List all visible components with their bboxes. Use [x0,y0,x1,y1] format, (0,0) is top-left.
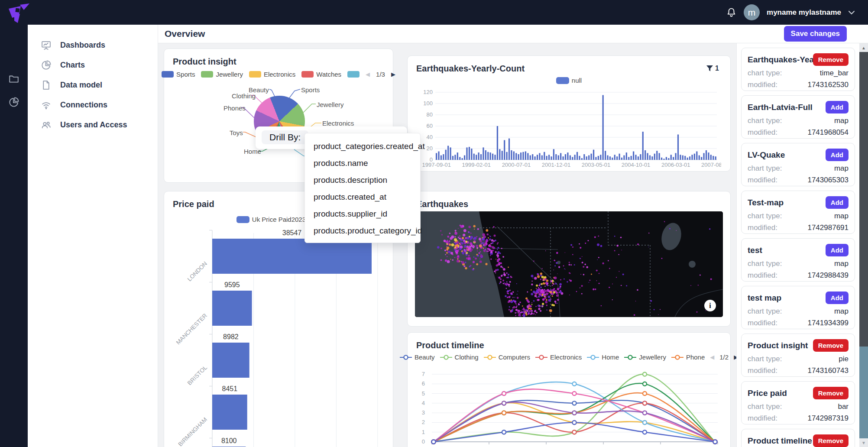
remove-chart-button[interactable]: Remove [813,53,849,66]
svg-text:1: 1 [422,429,425,435]
app-logo-icon[interactable] [5,1,30,24]
legend-swatch [201,71,213,78]
add-chart-button[interactable]: Add [826,244,849,256]
svg-text:2001-12-01: 2001-12-01 [542,162,571,168]
chart-type-label: chart type: [748,259,782,268]
chart-list-item: testAddchart type:mapmodified:1742988439 [741,238,855,282]
legend-swatch [301,71,314,78]
modified-row: modified:1742987691 [748,224,849,232]
svg-text:60: 60 [427,123,433,129]
scroll-up-button[interactable]: ▲ [859,43,868,52]
svg-text:BRISTOL: BRISTOL [186,364,209,386]
legend-item[interactable]: Electronics [249,71,295,78]
legend-label: Home [602,353,619,361]
legend-label: Computers [499,353,530,361]
legend-prev-icon[interactable]: ◀ [710,354,714,360]
pie-chart-icon[interactable] [8,97,19,108]
legend-item[interactable]: Sports [162,71,195,78]
modified-value: 1743065303 [807,176,849,185]
sidebar-item-connections[interactable]: Connections [28,95,158,115]
save-changes-button[interactable]: Save changes [784,26,847,42]
legend-item[interactable]: Jewellery [624,353,666,361]
legend-label: Phone [686,353,705,361]
chart-type-value: map [834,259,849,268]
scrollbar[interactable]: ▲ ▼ [859,43,868,447]
chart-type-row: chart type:map [748,117,849,125]
legend-item[interactable]: Jewellery [201,71,243,78]
legend-item[interactable]: Beauty [400,353,435,361]
modified-row: modified:1743160743 [748,366,849,375]
chart-type-row: chart type:map [748,212,849,220]
sidebar-item-dashboards[interactable]: Dashboards [28,35,158,55]
add-chart-button[interactable]: Add [826,196,849,209]
legend-item[interactable]: Electronics [535,353,582,361]
chart-name: Price paid [748,389,813,398]
drill-by-option[interactable]: products.name [305,155,420,172]
scroll-down-button[interactable]: ▼ [859,438,868,447]
legend-next-icon[interactable]: ▶ [391,71,395,77]
legend-item[interactable]: null [556,77,582,84]
chart-type-value: pie [839,355,849,363]
legend-next-icon[interactable]: ▶ [734,354,736,360]
drill-by-option[interactable]: products.created_at [305,188,420,205]
drill-by-option[interactable]: products.product_category_id [305,222,420,239]
remove-chart-button[interactable]: Remove [813,387,849,399]
chart-name: test [748,246,826,255]
legend-prev-icon[interactable]: ◀ [366,71,370,77]
folder-icon[interactable] [8,73,19,84]
legend-swatch [249,71,261,78]
chart-type-row: chart type:pie [748,355,849,363]
card-product-timeline: Product timeline BeautyClothingComputers… [407,332,731,447]
legend-label: Jewellery [216,71,243,78]
sidebar: DashboardsChartsData modelConnectionsUse… [28,25,158,447]
pie-label-toys: Toys [230,129,243,136]
svg-text:4: 4 [422,400,425,406]
svg-text:1997-09-01: 1997-09-01 [422,162,450,168]
legend-item[interactable]: Watches [301,71,341,78]
username[interactable]: myname mylastname [767,8,841,17]
chart-name: test map [748,293,826,303]
modified-label: modified: [748,81,777,89]
legend-item[interactable]: Phone [671,353,705,361]
scrollbar-thumb[interactable] [859,52,868,347]
sidebar-item-charts[interactable]: Charts [28,55,158,75]
drill-by-dropdown: product_categories.created_atproducts.na… [304,133,421,243]
pie-label-jewellery: Jewellery [317,101,344,108]
chart-type-label: chart type: [748,117,782,125]
sidebar-item-users-and-access[interactable]: Users and Access [28,115,158,135]
legend-marker-icon [484,355,496,360]
filter-indicator[interactable]: 1 [706,65,719,72]
legend-item[interactable]: Clothing [440,353,479,361]
earthquake-map[interactable]: i [415,211,723,317]
sidebar-item-data-model[interactable]: Data model [28,75,158,95]
svg-text:8100: 8100 [221,437,237,444]
legend-label: Beauty [415,353,435,361]
chart-type-label: chart type: [748,69,782,78]
bell-icon[interactable] [726,7,737,18]
legend-pagination: 1/3 [376,71,385,78]
topbar: m myname mylastname [0,0,868,25]
legend-item[interactable]: Computers [484,353,530,361]
chart-list-item: Test-mapAddchart type:mapmodified:174298… [741,191,855,234]
remove-chart-button[interactable]: Remove [813,339,849,352]
legend-item[interactable] [347,71,360,78]
avatar[interactable]: m [744,4,760,20]
legend-swatch [556,77,569,84]
chart-list-item-header: Product timelineRemove [748,434,849,447]
svg-text:100: 100 [423,100,433,107]
add-chart-button[interactable]: Add [826,292,849,304]
content-header: Overview Save changes [158,25,868,43]
drill-by-option[interactable]: products.description [305,172,420,188]
drill-by-option[interactable]: products.supplier_id [305,205,420,222]
remove-chart-button[interactable]: Remove [813,434,849,447]
legend-marker-icon [587,355,599,360]
add-chart-button[interactable]: Add [826,149,849,161]
chart-list-item-header: Price paidRemove [748,387,849,399]
add-chart-button[interactable]: Add [826,101,849,113]
svg-text:2003-05-01: 2003-05-01 [582,162,611,168]
info-icon[interactable]: i [704,300,716,311]
legend-label: Watches [316,71,341,78]
legend-item[interactable]: Home [587,353,619,361]
chevron-down-icon[interactable] [848,10,855,15]
drill-by-option[interactable]: product_categories.created_at [305,138,420,155]
